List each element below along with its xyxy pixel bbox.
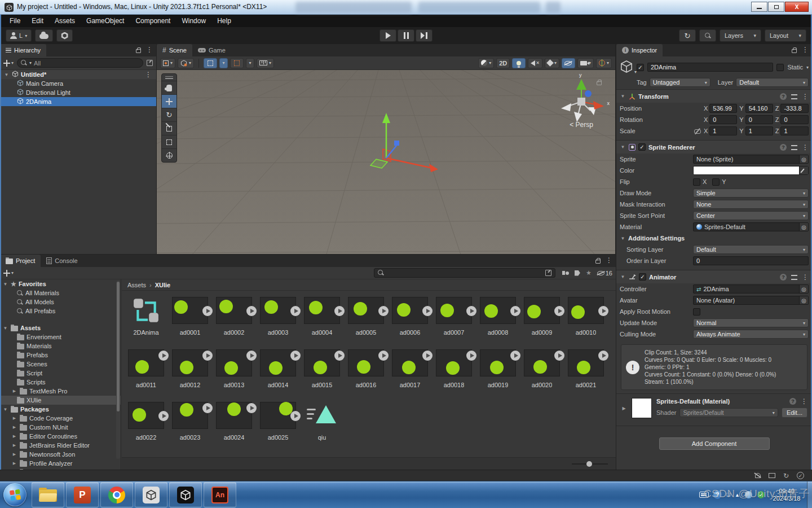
color-swatch[interactable] [693, 166, 809, 175]
taskbar-chrome-button[interactable] [100, 482, 133, 507]
sorting-layer-dropdown[interactable]: Default▾ [693, 245, 809, 254]
background-window-tab[interactable] [295, 2, 412, 13]
component-enabled-checkbox[interactable]: ✓ [638, 143, 646, 151]
animator-header[interactable]: ▼ ✓ Animator ?⋮ [616, 270, 812, 283]
layout-dropdown[interactable]: Layout▾ [765, 29, 806, 42]
rotate-tool[interactable]: ↻ [162, 108, 176, 121]
expand-subassets-icon[interactable] [290, 351, 301, 361]
asset-qiu[interactable]: qiu [300, 399, 344, 452]
breadcrumb-current[interactable]: XUlie [155, 282, 171, 288]
position-y-field[interactable]: 54.160 [745, 104, 773, 113]
input-method-keyboard-icon[interactable] [699, 492, 709, 498]
kebab-menu-icon[interactable]: ⋮ [802, 274, 809, 281]
hand-tool[interactable] [162, 81, 176, 94]
apply-root-motion-checkbox[interactable] [693, 308, 700, 316]
scene-lighting-toggle[interactable] [512, 58, 526, 68]
tab-project[interactable]: Project [0, 255, 41, 267]
tab-inspector[interactable]: i Inspector [616, 44, 663, 56]
asset-ad0011[interactable]: ad0011 [124, 347, 168, 399]
pause-button[interactable] [398, 29, 414, 42]
camera-settings-dropdown[interactable]: ▾ [577, 58, 594, 68]
active-checkbox[interactable]: ✓ [637, 64, 644, 71]
order-in-layer-field[interactable]: 0 [693, 256, 809, 265]
start-button[interactable] [3, 483, 27, 506]
audio-toggle[interactable]: ✕ [528, 58, 542, 68]
tree-section-packages[interactable]: ▼Packages [0, 405, 121, 414]
foldout-icon[interactable]: ▼ [2, 407, 8, 412]
static-dropdown-icon[interactable]: ▾ [806, 65, 809, 70]
asset-ad0020[interactable]: ad0020 [520, 347, 564, 399]
console-message-icon[interactable] [769, 473, 775, 478]
asset-ad0007[interactable]: ad0007 [432, 294, 476, 347]
expand-subassets-icon[interactable] [202, 306, 213, 316]
foldout-icon[interactable]: ▼ [620, 274, 626, 279]
step-button[interactable] [416, 29, 433, 42]
shader-edit-button[interactable]: Edit... [782, 408, 807, 418]
expand-subassets-icon[interactable] [466, 306, 476, 316]
taskbar-unity-hub-button[interactable] [135, 482, 167, 507]
tree-item-jetbrains-rider-editor[interactable]: ▶JetBrains Rider Editor [0, 441, 121, 450]
tree-item-enverioment[interactable]: Enverioment [0, 332, 121, 341]
tree-item-textmesh-pro[interactable]: ▶TextMesh Pro [0, 387, 121, 396]
asset-ad0009[interactable]: ad0009 [520, 294, 564, 347]
flip-y-checkbox[interactable] [712, 178, 720, 186]
expand-subassets-icon[interactable] [202, 351, 213, 361]
tree-item-scripts[interactable]: Scripts [0, 378, 121, 387]
expand-subassets-icon[interactable] [334, 306, 345, 316]
asset-ad0013[interactable]: ad0013 [212, 347, 256, 399]
gizmos-dropdown[interactable]: ▾ [596, 58, 612, 68]
controller-object-field[interactable]: ⇄2DAnima◎ [693, 284, 809, 294]
layers-dropdown[interactable]: Layers▾ [720, 29, 761, 42]
menu-item-edit[interactable]: Edit [27, 15, 48, 27]
eyedropper-icon[interactable] [799, 167, 808, 174]
material-object-field[interactable]: Sprites-Default◎ [693, 222, 809, 231]
foldout-icon[interactable]: ▶ [11, 461, 17, 466]
filter-by-label-icon[interactable] [575, 270, 580, 276]
shader-dropdown[interactable]: Sprites/Default▾ [679, 408, 778, 417]
kebab-menu-icon[interactable]: ⋮ [802, 144, 809, 151]
help-icon[interactable]: ? [780, 274, 787, 281]
kebab-menu-icon[interactable]: ⋮ [801, 398, 807, 405]
component-enabled-checkbox[interactable]: ✓ [639, 273, 646, 281]
expand-subassets-icon[interactable] [158, 351, 169, 361]
view-lock-icon[interactable] [597, 81, 602, 85]
asset-ad0018[interactable]: ad0018 [432, 347, 476, 399]
link-scale-icon[interactable] [694, 128, 700, 134]
maximize-button[interactable] [768, 2, 784, 12]
hierarchy-item-main-camera[interactable]: Main Camera [0, 79, 156, 88]
layer-dropdown[interactable]: Default▾ [736, 78, 809, 87]
tab-scene[interactable]: # Scene [157, 44, 192, 56]
asset-ad0006[interactable]: ad0006 [388, 294, 432, 347]
security-ok-icon[interactable]: ✓ [757, 491, 765, 498]
kebab-menu-icon[interactable]: ⋮ [146, 46, 153, 53]
expand-subassets-icon[interactable] [334, 351, 345, 361]
lock-icon[interactable] [595, 260, 601, 264]
object-picker-icon[interactable]: ◎ [799, 285, 808, 293]
menu-item-assets[interactable]: Assets [50, 15, 80, 27]
rotation-y-field[interactable]: 0 [745, 115, 773, 124]
tree-item-materials[interactable]: Materials [0, 341, 121, 351]
update-mode-dropdown[interactable]: Normal▾ [693, 318, 809, 327]
asset-ad0023[interactable]: ad0023 [168, 399, 212, 452]
snap-increment-dropdown[interactable]: ▾ [257, 58, 274, 68]
tree-item-xulie[interactable]: XUlie [0, 396, 121, 405]
kebab-menu-icon[interactable]: ⋮ [606, 257, 612, 264]
breadcrumb-root[interactable]: Assets [127, 282, 146, 288]
show-desktop-button[interactable] [807, 481, 812, 508]
sprite-sort-point-dropdown[interactable]: Center▾ [693, 211, 809, 220]
hierarchy-scene-row[interactable]: ▼ Untitled* ⋮ [0, 70, 156, 79]
transform-header[interactable]: ▼ Transform ?⋮ [616, 89, 812, 103]
position-z-field[interactable]: -333.8 [780, 104, 809, 113]
object-picker-icon[interactable]: ◎ [799, 296, 808, 304]
asset-ad0017[interactable]: ad0017 [388, 347, 432, 399]
expand-subassets-icon[interactable] [598, 351, 608, 361]
palette-handle[interactable] [162, 74, 176, 81]
asset-ad0014[interactable]: ad0014 [256, 347, 300, 399]
taskbar-animate-button[interactable]: An [204, 482, 236, 507]
foldout-icon[interactable]: ▼ [2, 326, 8, 331]
kebab-menu-icon[interactable]: ⋮ [145, 71, 152, 78]
add-component-button[interactable]: Add Component [659, 437, 770, 450]
lock-icon[interactable] [792, 49, 797, 53]
asset-ad0022[interactable]: ad0022 [124, 399, 168, 452]
transform-tool[interactable] [162, 148, 176, 162]
